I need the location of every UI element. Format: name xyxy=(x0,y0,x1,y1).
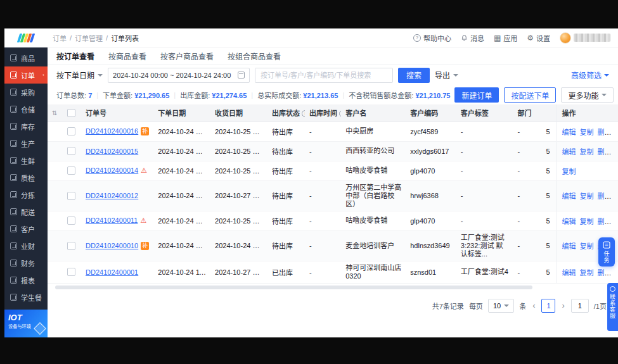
sidebar-item-inventory[interactable]: 库存 xyxy=(4,118,48,135)
new-order-button[interactable]: 新建订单 xyxy=(454,87,499,103)
order-number-link[interactable]: DD24102400011 xyxy=(86,217,138,224)
sidebar-item-warehouse[interactable]: 仓储 xyxy=(4,101,48,118)
brand-logo[interactable] xyxy=(4,28,48,47)
row-checkbox[interactable] xyxy=(67,217,75,225)
delete-link[interactable]: 删除 xyxy=(597,129,611,136)
tab-by-product[interactable]: 按商品查看 xyxy=(108,51,146,61)
copy-link[interactable]: 复制 xyxy=(579,192,593,200)
row-checkbox[interactable] xyxy=(67,192,75,200)
copy-link[interactable]: 复制 xyxy=(579,218,593,225)
cell-department: - xyxy=(513,230,542,261)
sidebar-item-sorting[interactable]: 分拣 xyxy=(4,186,48,203)
order-number-link[interactable]: DD24102400001 xyxy=(86,268,138,276)
sidebar-item-purchase[interactable]: 采购 xyxy=(4,84,48,101)
copy-link[interactable]: 复制 xyxy=(562,168,576,175)
filter-bar: 按下单日期 2024-10-24 00:00 ~ 2024-10-24 24:0… xyxy=(48,65,618,85)
sidebar-item-delivery[interactable]: 配送 xyxy=(4,203,48,220)
order-number-link[interactable]: DD24102400014 xyxy=(86,166,138,174)
sidebar-item-label: 财务 xyxy=(21,258,35,268)
col-header-outbound-status[interactable]: 出库状态i xyxy=(267,104,305,122)
col-header-department[interactable]: 部门 xyxy=(513,104,542,122)
delete-link[interactable]: 删除 xyxy=(597,148,611,156)
col-header-customer[interactable]: 客户名 xyxy=(341,104,406,122)
cell-count: 5 xyxy=(541,230,557,261)
task-floating-button[interactable]: 任务 xyxy=(598,237,615,267)
copy-link[interactable]: 复制 xyxy=(579,129,593,136)
col-header-order-date[interactable]: 下单日期 xyxy=(153,104,210,122)
sidebar-item-finance[interactable]: 财务 xyxy=(4,254,48,272)
tab-by-combo-product[interactable]: 按组合商品查看 xyxy=(228,51,281,61)
sidebar-item-goods[interactable]: 商品 xyxy=(4,49,48,66)
search-button[interactable]: 搜索 xyxy=(398,68,430,83)
page-jump-suffix: /1页 xyxy=(594,301,607,311)
more-functions-button[interactable]: 更多功能 xyxy=(561,87,614,103)
edit-link[interactable]: 编辑 xyxy=(562,148,576,156)
table-row: DD24102400015 2024-10-24 15:23 2024-10-2… xyxy=(48,141,618,161)
edit-link[interactable]: 编辑 xyxy=(562,269,576,277)
edit-link[interactable]: 编辑 xyxy=(562,192,576,200)
sidebar-item-studentmeal[interactable]: 学生餐 xyxy=(4,289,48,306)
sidebar-item-reports[interactable]: 报表 xyxy=(4,272,48,289)
order-number-link[interactable]: DD24102400012 xyxy=(86,192,138,199)
sidebar-item-fresh[interactable]: 生鲜 xyxy=(4,152,48,169)
sidebar-item-quality[interactable]: 质检 xyxy=(4,169,48,186)
page-size-select[interactable]: 10 xyxy=(488,299,514,313)
help-center-button[interactable]: ? 帮助中心 xyxy=(413,33,451,43)
search-input[interactable] xyxy=(255,68,392,82)
copy-link[interactable]: 复制 xyxy=(579,148,593,156)
customer-service-button[interactable]: 联系客服 xyxy=(607,283,618,331)
cell-customer-tag: - xyxy=(456,211,513,230)
copy-link[interactable]: 复制 xyxy=(579,242,593,250)
expand-columns-icon[interactable]: ⇅ xyxy=(52,110,57,116)
apps-button[interactable]: ▦ 应用 xyxy=(494,33,517,43)
page-jump-input[interactable]: 1 xyxy=(571,299,589,313)
next-page-button[interactable]: › xyxy=(560,301,565,310)
delete-link[interactable]: 删除 xyxy=(597,218,611,225)
tab-by-order[interactable]: 按订单查看 xyxy=(56,51,94,61)
sidebar-item-production[interactable]: 生产 xyxy=(4,135,48,152)
row-checkbox[interactable] xyxy=(67,166,75,175)
horizontal-scrollbar[interactable] xyxy=(49,285,617,290)
order-number-link[interactable]: DD24102400016 xyxy=(86,127,138,135)
user-menu[interactable] xyxy=(560,32,610,44)
sidebar-item-orders[interactable]: 订单› xyxy=(4,66,48,84)
date-type-select[interactable]: 按下单日期 xyxy=(56,70,103,80)
order-by-delivery-button[interactable]: 按配送下单 xyxy=(504,87,556,103)
cell-receive-date: 2024-10-25 00:00 xyxy=(210,141,267,161)
summary-item: 出库金额: ¥21,274.65 xyxy=(180,90,247,100)
row-checkbox[interactable] xyxy=(67,242,75,250)
tab-by-customer-product[interactable]: 按客户商品查看 xyxy=(160,51,214,61)
iot-banner[interactable]: IOT 设备与环境 xyxy=(4,310,48,337)
col-header-outbound-time[interactable]: 出库时间i xyxy=(305,104,341,122)
prev-page-button[interactable]: ‹ xyxy=(531,301,536,310)
breadcrumb-item[interactable]: 订单 xyxy=(53,33,67,43)
select-all-checkbox[interactable] xyxy=(67,109,75,117)
messages-button[interactable]: 消息 xyxy=(461,33,484,43)
col-header-receive-date[interactable]: 收货日期 xyxy=(210,104,267,122)
breadcrumb-item[interactable]: 订单管理 xyxy=(75,33,103,43)
studentmeal-icon xyxy=(10,294,17,301)
settings-button[interactable]: ⚙ 设置 xyxy=(527,33,550,43)
scrollbar-thumb[interactable] xyxy=(55,286,532,289)
cell-customer: 咕噜皮零食铺 xyxy=(341,211,406,230)
sidebar-item-customers[interactable]: 客户 xyxy=(4,220,48,237)
edit-link[interactable]: 编辑 xyxy=(562,218,576,225)
advanced-filter-toggle[interactable]: 高级筛选 xyxy=(571,70,609,80)
delete-link[interactable]: 删除 xyxy=(597,269,611,277)
copy-link[interactable]: 复制 xyxy=(579,269,593,277)
export-dropdown[interactable]: 导出 xyxy=(435,70,458,80)
col-header-customer-code[interactable]: 客户编码 xyxy=(406,104,456,122)
edit-link[interactable]: 编辑 xyxy=(562,242,576,250)
delete-link[interactable]: 删除 xyxy=(597,192,611,200)
row-checkbox[interactable] xyxy=(67,127,75,135)
col-header-customer-tag[interactable]: 客户标签 xyxy=(456,104,513,122)
sidebar-item-bizfinance[interactable]: 业财 xyxy=(4,237,48,254)
row-checkbox[interactable] xyxy=(67,147,75,155)
col-header-order-no[interactable]: 订单号 xyxy=(81,104,153,122)
page-number-button[interactable]: 1 xyxy=(541,299,555,313)
edit-link[interactable]: 编辑 xyxy=(562,129,576,136)
order-number-link[interactable]: DD24102400015 xyxy=(86,147,138,155)
date-range-picker[interactable]: 2024-10-24 00:00 ~ 2024-10-24 24:00 xyxy=(108,68,250,83)
order-number-link[interactable]: DD24102400010 xyxy=(86,242,138,249)
row-checkbox[interactable] xyxy=(67,268,75,276)
